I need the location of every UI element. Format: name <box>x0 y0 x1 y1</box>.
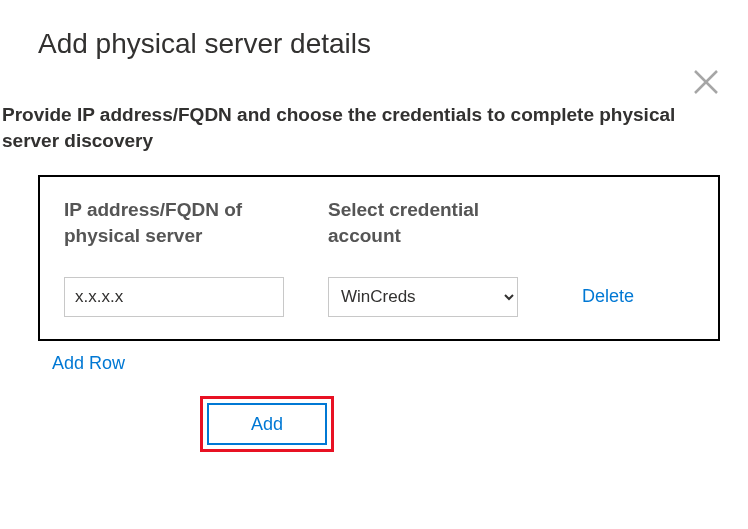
add-row-link[interactable]: Add Row <box>0 341 125 374</box>
table-row: WinCreds Delete <box>64 277 694 317</box>
close-icon <box>692 68 720 96</box>
server-table-panel: IP address/FQDN of physical server Selec… <box>38 175 720 340</box>
add-button[interactable]: Add <box>207 403 327 445</box>
delete-row-link[interactable]: Delete <box>582 286 634 306</box>
credential-select[interactable]: WinCreds <box>328 277 518 317</box>
table-header-row: IP address/FQDN of physical server Selec… <box>64 197 694 248</box>
column-header-credential: Select credential account <box>328 197 528 248</box>
add-button-highlight: Add <box>200 396 334 452</box>
page-title: Add physical server details <box>0 0 748 60</box>
ip-address-input[interactable] <box>64 277 284 317</box>
close-button[interactable] <box>692 68 720 100</box>
column-header-ip: IP address/FQDN of physical server <box>64 197 304 248</box>
page-description: Provide IP address/FQDN and choose the c… <box>0 60 748 153</box>
